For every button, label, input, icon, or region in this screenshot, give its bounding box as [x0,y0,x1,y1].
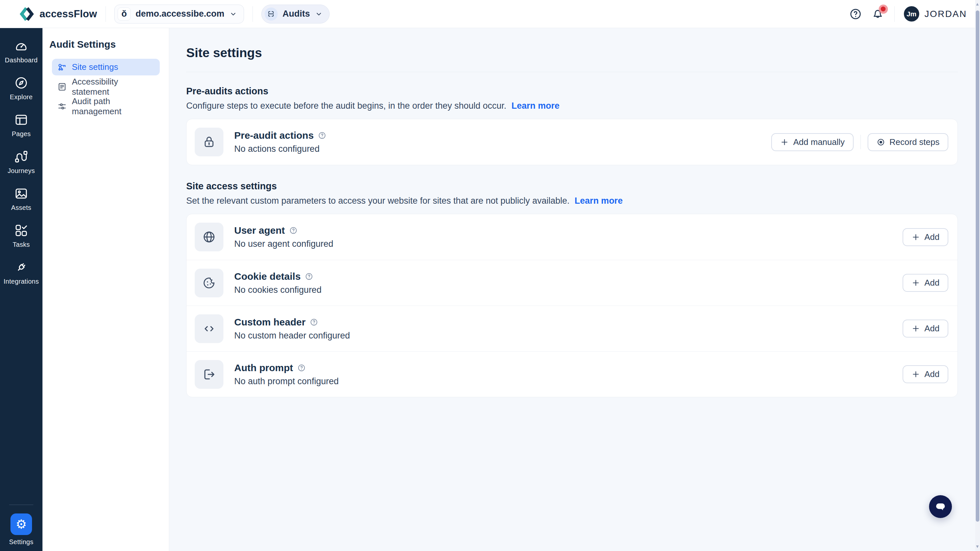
button-label: Add [924,232,940,242]
button-label: Add [924,324,940,333]
section-selector-value: Audits [283,9,310,19]
site-access-card: User agent No user agent configured Add [186,214,958,397]
sidebar-item-journeys[interactable]: Journeys [0,149,43,175]
user-agent-row: User agent No user agent configured Add [186,214,958,260]
record-steps-button[interactable]: Record steps [868,133,948,151]
chat-bubble-icon [934,500,947,513]
divider [9,505,33,505]
brand-logo[interactable]: accessFlow [18,6,97,22]
sidebar-item-label: Integrations [3,278,39,285]
pre-audit-actions-card: Pre-audit actions No actions configured [186,119,958,165]
sidebar-item-label: Journeys [8,167,35,175]
button-label: Add manually [793,137,845,147]
site-selector-value: demo.accessibe.com [135,9,224,19]
scrollbar-down-arrow[interactable] [976,545,979,548]
row-status: No auth prompt configured [234,376,339,386]
plus-icon [912,278,920,287]
row-title: User agent [234,225,285,236]
row-status: No custom header configured [234,331,350,341]
divider [861,135,861,149]
help-icon[interactable] [289,226,298,235]
sidebar-item-tasks[interactable]: Tasks [0,223,43,248]
site-favicon: ŏ [118,8,130,21]
help-icon[interactable] [310,318,318,326]
add-user-agent-button[interactable]: Add [902,228,948,246]
add-cookie-button[interactable]: Add [902,274,948,292]
accessflow-logo-icon [18,6,35,22]
user-name[interactable]: JORDAN [924,9,967,19]
learn-more-link[interactable]: Learn more [574,196,623,206]
sidebar-item-assets[interactable]: Assets [0,186,43,211]
access-key-icon [57,62,67,72]
scrollbar-thumb[interactable] [976,10,979,522]
button-label: Record steps [889,137,940,147]
row-status: No cookies configured [234,285,321,295]
avatar[interactable]: Jm [904,6,919,22]
lock-icon [195,128,223,156]
subnav-item-label: Accessibility statement [72,77,154,97]
document-icon [57,82,67,92]
help-icon[interactable] [297,364,306,372]
pre-audits-section-description: Configure steps to execute before the au… [186,101,958,111]
plus-icon [912,324,920,333]
scrollbar[interactable] [975,0,980,551]
row-title: Cookie details [234,271,301,282]
scrollbar-up-arrow[interactable] [976,3,979,6]
notification-badge [879,5,888,14]
help-button[interactable] [848,6,863,22]
sidebar-item-explore[interactable]: Explore [0,75,43,101]
integrations-plug-icon [14,260,29,275]
subnav-item-audit-path-management[interactable]: Audit path management [52,98,160,114]
add-manually-button[interactable]: Add manually [771,133,854,151]
sidebar-item-pages[interactable]: Pages [0,112,43,138]
settings-button[interactable]: ⚙ [10,513,32,535]
app-window: accessFlow ŏ demo.accessibe.com Audits [0,0,980,551]
primary-sidebar: Dashboard Explore Pages Journeys [0,28,43,551]
panel-title: Audit Settings [49,39,160,50]
notifications-button[interactable] [870,6,885,22]
divider [105,6,106,22]
divider [894,6,895,22]
row-title: Auth prompt [234,362,293,373]
button-label: Add [924,278,940,288]
description-text: Configure steps to execute before the au… [186,101,506,111]
auth-prompt-row: Auth prompt No auth prompt configured Ad… [186,351,958,397]
add-custom-header-button[interactable]: Add [902,319,948,338]
subnav-item-site-settings[interactable]: Site settings [52,59,160,75]
subnav-item-label: Audit path management [72,96,154,116]
row-title: Pre-audit actions [234,130,313,141]
sidebar-item-label: Assets [11,204,31,211]
chat-widget-button[interactable] [929,495,952,518]
site-selector-dropdown[interactable]: ŏ demo.accessibe.com [115,5,244,24]
scan-icon [265,8,278,21]
globe-icon [195,222,223,251]
sidebar-bottom: ⚙ Settings [0,505,43,551]
sidebar-item-label: Pages [12,130,31,138]
subnav-item-label: Site settings [72,62,118,72]
sidebar-item-label: Explore [10,94,33,101]
divider [253,6,253,22]
sidebar-item-dashboard[interactable]: Dashboard [0,38,43,64]
help-icon[interactable] [305,272,313,281]
row-actions: Add manually Record steps [771,133,948,151]
add-auth-prompt-button[interactable]: Add [902,365,948,383]
plus-icon [912,233,920,241]
sidebar-item-integrations[interactable]: Integrations [0,260,43,285]
tasks-check-icon [14,223,29,238]
chevron-down-icon [315,10,323,18]
compass-icon [14,75,29,91]
plus-icon [780,138,789,146]
sidebar-item-label[interactable]: Settings [9,538,33,546]
custom-header-row: Custom header No custom header configure… [186,305,958,351]
learn-more-link[interactable]: Learn more [512,101,560,111]
record-icon [877,138,885,146]
pre-audits-section-heading: Pre-audits actions [186,86,958,97]
subnav-item-accessibility-statement[interactable]: Accessibility statement [52,78,160,95]
journeys-route-icon [14,149,29,164]
help-icon[interactable] [318,131,326,140]
divider [186,72,958,72]
page-title: Site settings [186,46,958,60]
row-status: No user agent configured [234,239,333,249]
section-selector-dropdown[interactable]: Audits [261,5,329,24]
gear-icon: ⚙ [16,517,27,531]
